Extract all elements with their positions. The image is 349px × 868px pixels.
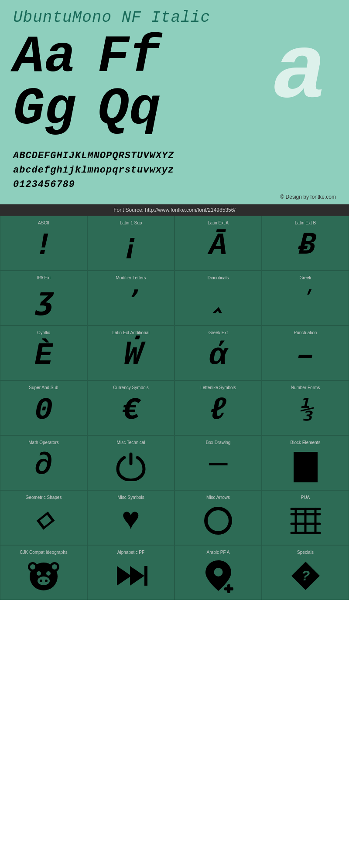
glyph-cell-greekext: Greek Ext ά bbox=[174, 326, 262, 380]
label-arabicpfa: Arabic PF A bbox=[207, 550, 230, 555]
label-miscarrows: Misc Arrows bbox=[206, 495, 230, 500]
glyph-cell-latinextb: Latin Ext B Ƀ bbox=[262, 216, 349, 271]
symbol-letterlike: ℓ bbox=[209, 393, 227, 428]
glyph-cell-alphabeticpf: Alphabetic PF bbox=[87, 545, 174, 600]
glyph-cell-latin1sup: Latin 1 Sup ¡ bbox=[87, 216, 174, 271]
symbol-ascii: ! bbox=[34, 229, 53, 264]
label-alphabeticpf: Alphabetic PF bbox=[117, 550, 144, 555]
copyright: © Design by fontke.com bbox=[13, 194, 336, 200]
glyph-cell-diacriticals: Diacriticals ‸ bbox=[174, 271, 262, 326]
glyph-cell-blockelements: Block Elements bbox=[262, 435, 349, 490]
label-ascii: ASCII bbox=[38, 220, 49, 225]
glyph-cell-superandsub: Super And Sub 0 bbox=[0, 380, 87, 435]
label-geometricshapes: Geometric Shapes bbox=[26, 495, 62, 500]
alphabet-upper: ABCDEFGHIJKLMNOPQRSTUVWXYZ bbox=[13, 149, 336, 163]
alphabet-block: ABCDEFGHIJKLMNOPQRSTUVWXYZ abcdefghijklm… bbox=[13, 149, 336, 192]
chars-row1: Aa Ff bbox=[13, 31, 161, 83]
label-pua: PUA bbox=[301, 495, 310, 500]
symbol-latin1sup: ¡ bbox=[122, 229, 140, 264]
glyph-cell-ipaext: IPA Ext ʒ bbox=[0, 271, 87, 326]
chars-row2: Gg Qq bbox=[13, 83, 161, 136]
label-cyrillic: Cyrillic bbox=[37, 330, 50, 335]
svg-point-14 bbox=[46, 571, 51, 576]
glyph-cell-currency: Currency Symbols € bbox=[87, 380, 174, 435]
symbol-greek: ʹ bbox=[299, 284, 312, 319]
char-Gg: Gg bbox=[13, 83, 76, 136]
svg-point-12 bbox=[52, 564, 57, 570]
label-latinextb: Latin Ext B bbox=[295, 220, 316, 225]
symbol-miscsymbols: ♥ bbox=[122, 503, 140, 538]
glyph-cell-mathoperators: Math Operators ∂ bbox=[0, 435, 87, 490]
glyph-cell-cyrillic: Cyrillic È bbox=[0, 326, 87, 380]
glyph-cell-miscarrows: Misc Arrows bbox=[174, 490, 262, 545]
glyph-cell-punctuation: Punctuation – bbox=[262, 326, 349, 380]
char-a-watermark: a bbox=[272, 27, 327, 118]
label-ipaext: IPA Ext bbox=[37, 275, 51, 280]
source-bar: Font Source: http://www.fontke.com/font/… bbox=[0, 204, 349, 216]
symbol-mathoperators: ∂ bbox=[34, 448, 53, 483]
symbol-currency: € bbox=[122, 393, 140, 428]
symbol-superandsub: 0 bbox=[34, 393, 53, 428]
svg-point-21 bbox=[214, 568, 222, 576]
label-boxdrawing: Box Drawing bbox=[206, 440, 231, 445]
label-latinextadd: Latin Ext Additional bbox=[112, 330, 149, 335]
glyph-cell-letterlike: Letterlike Symbols ℓ bbox=[174, 380, 262, 435]
svg-point-16 bbox=[40, 580, 42, 582]
label-greekext: Greek Ext bbox=[209, 330, 228, 335]
block-rect-icon bbox=[294, 452, 318, 482]
glyph-cell-miscsymbols: Misc Symbols ♥ bbox=[87, 490, 174, 545]
label-greek: Greek bbox=[299, 275, 311, 280]
glyph-cell-specials: Specials ? bbox=[262, 545, 349, 600]
label-modifier: Modifier Letters bbox=[116, 275, 146, 280]
svg-text:?: ? bbox=[301, 568, 310, 583]
glyph-cell-modifier: Modifier Letters ʼ bbox=[87, 271, 174, 326]
char-Qq: Qq bbox=[98, 83, 161, 136]
symbol-latinextadd: Ẇ bbox=[122, 339, 140, 373]
label-mathoperators: Math Operators bbox=[28, 440, 58, 445]
glyph-cell-geometricshapes: Geometric Shapes ◇ bbox=[0, 490, 87, 545]
label-misctechnical: Misc Technical bbox=[117, 440, 145, 445]
label-latin1sup: Latin 1 Sup bbox=[120, 220, 142, 225]
label-diacriticals: Diacriticals bbox=[208, 275, 229, 280]
glyph-cell-pua: PUA bbox=[262, 490, 349, 545]
svg-marker-18 bbox=[117, 566, 131, 586]
symbol-boxdrawing: ─ bbox=[209, 448, 227, 483]
symbol-cjkcompat bbox=[26, 558, 61, 593]
symbol-misctechnical bbox=[116, 448, 146, 483]
glyph-cell-cjkcompat: CJK Compat Ideographs bbox=[0, 545, 87, 600]
chars-left: Aa Ff Gg Qq bbox=[13, 31, 161, 136]
symbol-alphabeticpf bbox=[115, 558, 147, 593]
label-punctuation: Punctuation bbox=[294, 330, 317, 335]
glyph-cell-misctechnical: Misc Technical bbox=[87, 435, 174, 490]
label-currency: Currency Symbols bbox=[113, 385, 149, 390]
label-superandsub: Super And Sub bbox=[29, 385, 58, 390]
label-miscsymbols: Misc Symbols bbox=[117, 495, 144, 500]
svg-point-17 bbox=[45, 580, 48, 582]
symbol-arabicpfa bbox=[202, 558, 235, 593]
symbol-latinexta: Ā bbox=[209, 229, 227, 264]
char-Ff: Ff bbox=[98, 31, 161, 83]
glyph-cell-ascii: ASCII ! bbox=[0, 216, 87, 271]
symbol-numberforms: ⅓ bbox=[298, 393, 312, 428]
symbol-diacriticals: ‸ bbox=[214, 284, 222, 319]
source-text: Font Source: http://www.fontke.com/font/… bbox=[113, 207, 236, 213]
glyph-grid: ASCII ! Latin 1 Sup ¡ Latin Ext A Ā Lati… bbox=[0, 216, 349, 600]
symbol-greekext: ά bbox=[209, 339, 227, 373]
svg-rect-20 bbox=[144, 566, 147, 586]
svg-marker-19 bbox=[130, 566, 144, 586]
char-Aa: Aa bbox=[13, 31, 76, 83]
label-blockelements: Block Elements bbox=[291, 440, 321, 445]
header-section: UbuntuMono NF Italic Aa Ff Gg Qq a ABCDE… bbox=[0, 0, 349, 204]
svg-point-11 bbox=[30, 564, 35, 570]
symbol-specials: ? bbox=[289, 558, 322, 593]
symbol-ipaext: ʒ bbox=[34, 284, 53, 319]
label-specials: Specials bbox=[297, 550, 314, 555]
symbol-miscarrows bbox=[203, 503, 233, 538]
label-letterlike: Letterlike Symbols bbox=[200, 385, 236, 390]
svg-rect-23 bbox=[224, 587, 233, 590]
symbol-latinextb: Ƀ bbox=[297, 229, 314, 264]
label-cjkcompat: CJK Compat Ideographs bbox=[20, 550, 68, 555]
glyph-cell-latinextadd: Latin Ext Additional Ẇ bbox=[87, 326, 174, 380]
digits: 0123456789 bbox=[13, 177, 336, 192]
symbol-modifier: ʼ bbox=[123, 284, 138, 319]
